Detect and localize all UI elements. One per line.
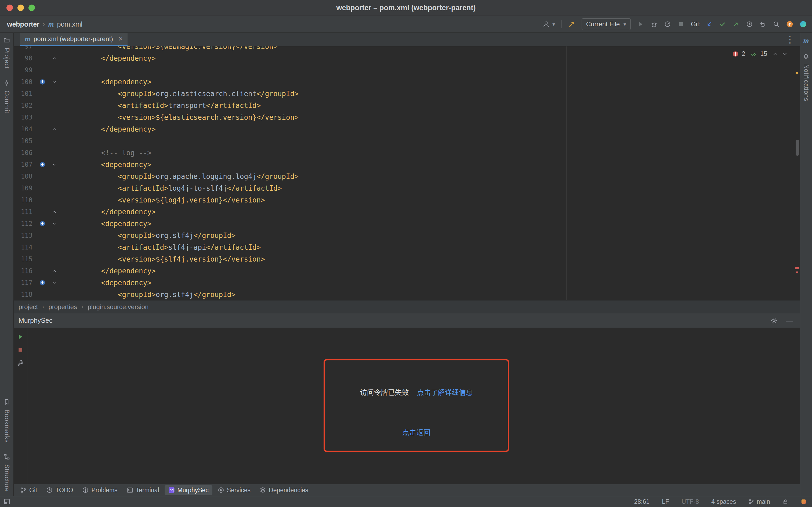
code-text[interactable]: <dependency> (60, 161, 152, 169)
code-text[interactable]: <version>${elasticsearch.version}</versi… (60, 113, 299, 121)
lock-icon[interactable] (782, 499, 789, 505)
line-separator[interactable]: LF (662, 498, 669, 505)
details-link[interactable]: 点击了解详细信息 (417, 389, 473, 397)
bottom-tab-terminal[interactable]: Terminal (123, 485, 163, 495)
run-button[interactable] (637, 21, 644, 27)
close-window-button[interactable] (6, 5, 13, 11)
line-number[interactable]: 105 (14, 137, 33, 145)
line-number[interactable]: 97 (14, 47, 33, 50)
plugin-indicator-icon[interactable] (801, 499, 807, 505)
line-number[interactable]: 115 (14, 256, 33, 263)
prev-problem-button[interactable] (772, 51, 778, 57)
scan-run-button[interactable] (17, 333, 24, 340)
line-number[interactable]: 107 (14, 161, 33, 168)
line-number[interactable]: 104 (14, 125, 33, 133)
fold-icon[interactable] (49, 209, 60, 215)
ide-update-icon[interactable] (786, 21, 793, 27)
line-number[interactable]: 98 (14, 55, 33, 62)
history-button[interactable] (746, 21, 753, 27)
code-text[interactable]: </dependency> (60, 208, 156, 216)
line-number[interactable]: 114 (14, 243, 33, 251)
line-number[interactable]: 99 (14, 66, 33, 74)
code-text[interactable]: <groupId>org.slf4j</groupId> (60, 291, 235, 299)
breadcrumb-plugin-source-version[interactable]: plugin.source.version (88, 303, 149, 311)
line-number[interactable]: 113 (14, 232, 33, 239)
fold-icon[interactable] (49, 126, 60, 132)
code-text[interactable]: <artifactId>log4j-to-slf4j</artifactId> (60, 184, 282, 192)
search-everywhere-button[interactable] (773, 21, 780, 27)
user-icon[interactable] (543, 21, 549, 27)
code-text[interactable]: <groupId>org.elasticsearch.client</group… (60, 90, 299, 98)
breadcrumb-file[interactable]: pom.xml (57, 20, 82, 28)
tool-windows-toggle-icon[interactable] (4, 498, 10, 505)
line-number[interactable]: 100 (14, 78, 33, 86)
fold-icon[interactable] (49, 268, 60, 274)
line-number[interactable]: 110 (14, 196, 33, 204)
breadcrumb-properties[interactable]: properties (48, 303, 77, 311)
code-text[interactable]: <dependency> (60, 78, 152, 86)
stripe-item-project[interactable]: Project (3, 37, 10, 69)
settings-wrench-icon[interactable] (17, 359, 24, 367)
code-text[interactable]: <version>${log4j.version}</version> (60, 196, 265, 204)
code-text[interactable]: <groupId>org.apache.logging.log4j</group… (60, 172, 299, 180)
profiler-button[interactable] (664, 21, 671, 27)
line-number[interactable]: 108 (14, 173, 33, 180)
maven-gutter-icon[interactable] (36, 280, 49, 286)
bottom-tab-todo[interactable]: TODO (43, 485, 77, 495)
inspections-widget[interactable]: 2 15 (732, 50, 788, 57)
code-text[interactable]: </dependency> (60, 54, 156, 62)
fold-icon[interactable] (49, 79, 60, 84)
bottom-tab-dependencies[interactable]: Dependencies (256, 485, 312, 495)
stripe-item-notifications[interactable]: Notifications (803, 53, 810, 101)
git-branch-widget[interactable]: main (748, 498, 770, 505)
fold-icon[interactable] (49, 162, 60, 167)
close-tab-icon[interactable]: × (118, 35, 123, 43)
rollback-button[interactable] (759, 21, 766, 27)
git-push-button[interactable] (733, 21, 740, 27)
line-number[interactable]: 112 (14, 220, 33, 227)
code-text[interactable]: <version>${webmagic.version}</version> (60, 47, 278, 51)
minimize-window-button[interactable] (17, 5, 24, 11)
line-number[interactable]: 109 (14, 184, 33, 192)
panel-settings-gear-icon[interactable] (770, 317, 777, 324)
stripe-item-bookmarks[interactable]: Bookmarks (3, 399, 10, 443)
maven-gutter-icon[interactable] (36, 221, 49, 227)
scrollbar-thumb[interactable] (796, 139, 799, 156)
code-text[interactable]: </dependency> (60, 125, 156, 133)
breadcrumb-project[interactable]: webporter (7, 20, 40, 28)
maven-tool-window-icon[interactable]: m (803, 37, 809, 44)
fold-icon[interactable] (49, 221, 60, 226)
code-text[interactable]: <groupId>org.slf4j</groupId> (60, 231, 235, 239)
scan-stop-button[interactable] (17, 347, 23, 353)
build-hammer-icon[interactable] (568, 21, 575, 27)
stripe-item-commit[interactable]: Commit (3, 80, 10, 113)
code-text[interactable]: <dependency> (60, 220, 152, 228)
line-number[interactable]: 106 (14, 149, 33, 157)
code-text[interactable]: <!-- log --> (60, 149, 152, 157)
back-link[interactable]: 点击返回 (402, 429, 430, 437)
debug-button[interactable] (651, 21, 657, 27)
code-with-me-icon[interactable] (800, 21, 807, 27)
fold-icon[interactable] (49, 280, 60, 285)
line-number[interactable]: 102 (14, 102, 33, 109)
line-number[interactable]: 111 (14, 208, 33, 216)
stripe-item-structure[interactable]: Structure (3, 454, 10, 492)
panel-minimize-icon[interactable]: — (786, 317, 793, 324)
code-text[interactable]: <version>${slf4j.version}</version> (60, 255, 265, 263)
indent-setting[interactable]: 4 spaces (711, 498, 736, 505)
code-text[interactable]: <dependency> (60, 279, 152, 287)
maven-gutter-icon[interactable] (36, 79, 49, 85)
line-number[interactable]: 116 (14, 267, 33, 275)
code-text[interactable]: <artifactId>slf4j-api</artifactId> (60, 243, 261, 251)
git-commit-button[interactable] (719, 21, 726, 27)
stop-button[interactable] (678, 21, 685, 27)
file-encoding[interactable]: UTF-8 (682, 498, 699, 505)
git-update-button[interactable] (706, 21, 713, 27)
bottom-tab-git[interactable]: Git (16, 485, 41, 495)
caret-position[interactable]: 28:61 (634, 498, 650, 505)
maven-gutter-icon[interactable] (36, 162, 49, 168)
bottom-tab-problems[interactable]: Problems (78, 485, 121, 495)
line-number[interactable]: 118 (14, 291, 33, 298)
run-config-selector[interactable]: Current File ▾ (582, 18, 631, 30)
line-number[interactable]: 117 (14, 279, 33, 287)
